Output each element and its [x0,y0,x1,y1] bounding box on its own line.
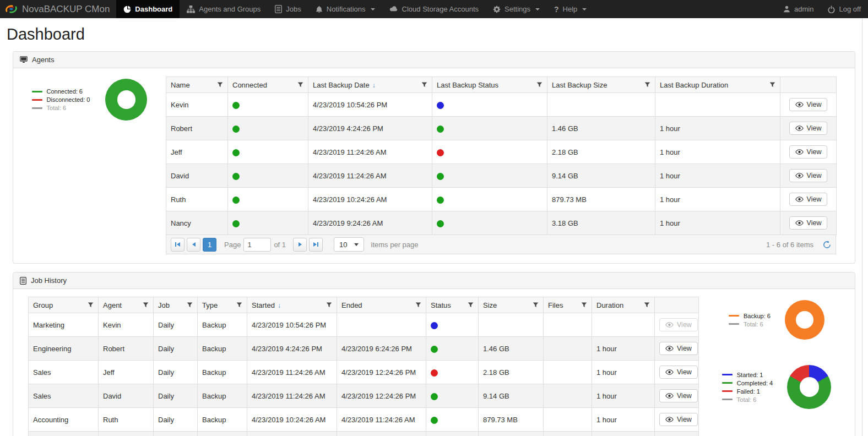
page-1-button[interactable]: 1 [203,238,216,252]
filter-icon[interactable] [143,302,149,308]
cell-group: Accounting [29,408,99,432]
legend-item: Failed: 1 [722,388,773,395]
cell-type: Backup [198,384,247,408]
filter-icon[interactable] [581,302,587,308]
nav-item-cloud-storage-accounts[interactable]: Cloud Storage Accounts [382,0,486,18]
view-button[interactable]: View [789,216,828,230]
cell-view: View [655,361,699,384]
cell-type: Backup [198,432,247,436]
last-page-button[interactable] [309,238,323,252]
nav-item-settings[interactable]: Settings [486,0,547,18]
view-button[interactable]: View [789,145,828,159]
cell-view: View [655,408,699,432]
novabackup-logo-icon [4,4,18,14]
user-label: admin [794,5,813,13]
filter-icon[interactable] [187,302,193,308]
cell-duration: 1 hour [592,408,655,432]
view-button-label: View [677,392,692,400]
cell-job: Daily [154,361,198,384]
filter-icon[interactable] [533,302,539,308]
column-header-group[interactable]: Group [29,297,99,313]
agents-panel-heading: Agents [13,52,855,68]
column-header-connected[interactable]: Connected [228,77,308,93]
cell-last_backup_duration [655,93,780,117]
legend-label: Disconnected: 0 [47,96,90,103]
cell-status [426,361,479,384]
cell-files [544,432,592,436]
cell-duration: 1 hour [592,432,655,436]
next-page-button[interactable] [293,238,307,252]
column-header-status[interactable]: Status [426,297,479,313]
view-button[interactable]: View [789,122,828,135]
panel-title: Agents [32,56,54,64]
view-button[interactable]: View [789,98,828,111]
bell-icon [316,6,323,13]
filter-icon[interactable] [217,82,223,88]
filter-icon[interactable] [88,302,94,308]
brand[interactable]: NovaBACKUP CMon [0,0,116,18]
column-header-files[interactable]: Files [544,297,592,313]
filter-icon[interactable] [236,302,242,308]
column-header-last_backup_size[interactable]: Last Backup Size [547,77,655,93]
cell-last_backup_status [432,164,547,188]
refresh-button[interactable] [823,241,831,249]
column-header-view [780,77,837,93]
nav-item-jobs[interactable]: Jobs [268,0,308,18]
filter-icon[interactable] [769,82,775,88]
main-menu: Dashboard Agents and Groups Jobs Notific… [116,0,594,18]
user-menu[interactable]: admin [776,0,821,18]
top-navbar: NovaBACKUP CMon Dashboard Agents and Gro… [0,0,868,18]
column-header-name[interactable]: Name [166,77,228,93]
column-label: Last Backup Status [437,81,498,89]
legend-item: Backup: 6 [729,313,771,319]
view-button[interactable]: View [659,342,698,355]
column-header-started[interactable]: Started↓ [247,297,337,313]
view-button[interactable]: View [659,389,698,402]
column-header-ended[interactable]: Ended [337,297,426,313]
job-history-panel: Job History GroupAgentJobTypeStarted↓End… [13,272,855,436]
cell-files [544,384,592,408]
filter-icon[interactable] [297,82,303,88]
filter-icon[interactable] [415,302,421,308]
cell-duration: 1 hour [592,384,655,408]
page-input[interactable] [243,238,271,252]
column-header-last_backup_status[interactable]: Last Backup Status [432,77,547,93]
column-header-type[interactable]: Type [198,297,247,313]
column-header-duration[interactable]: Duration [592,297,655,313]
agents-donut-chart [105,79,147,121]
filter-icon[interactable] [644,82,650,88]
view-button[interactable]: View [789,193,828,206]
filter-icon[interactable] [468,302,474,308]
chevron-down-icon [371,8,375,10]
cell-last_backup_duration: 1 hour [655,188,780,211]
filter-icon[interactable] [421,82,427,88]
view-button[interactable]: View [659,366,698,379]
view-button[interactable]: View [789,169,828,182]
view-button[interactable]: View [659,413,698,426]
first-page-button[interactable] [171,238,185,252]
nav-item-dashboard[interactable]: Dashboard [116,0,180,18]
nav-item-help[interactable]: ? Help [547,0,594,18]
nav-item-notifications[interactable]: Notifications [308,0,382,18]
page-size-select[interactable]: 10 [334,237,364,252]
column-header-job[interactable]: Job [154,297,198,313]
filter-icon[interactable] [536,82,542,88]
legend-label: Backup: 6 [744,313,771,319]
column-header-size[interactable]: Size [479,297,544,313]
column-header-agent[interactable]: Agent [99,297,154,313]
cell-last_backup_duration: 1 hour [655,117,780,140]
sort-desc-icon: ↓ [278,302,281,309]
table-row: Robert4/23/2019 4:24:26 PM1.46 GB1 hourV… [166,117,837,140]
cell-status [426,384,479,408]
status-chart-legend: Started: 1Completed: 4Failed: 1Total: 6 [722,372,773,403]
column-header-last_backup_date[interactable]: Last Backup Date↓ [308,77,432,93]
view-button[interactable]: View [659,318,698,331]
filter-icon[interactable] [326,302,332,308]
status-dot [232,173,240,180]
nav-item-agents-and-groups[interactable]: Agents and Groups [180,0,268,18]
filter-icon[interactable] [644,302,650,308]
column-header-last_backup_duration[interactable]: Last Backup Duration [655,77,780,93]
nav-item-label: Cloud Storage Accounts [402,5,479,13]
log-off-button[interactable]: Log off [821,0,868,18]
prev-page-button[interactable] [187,238,200,252]
